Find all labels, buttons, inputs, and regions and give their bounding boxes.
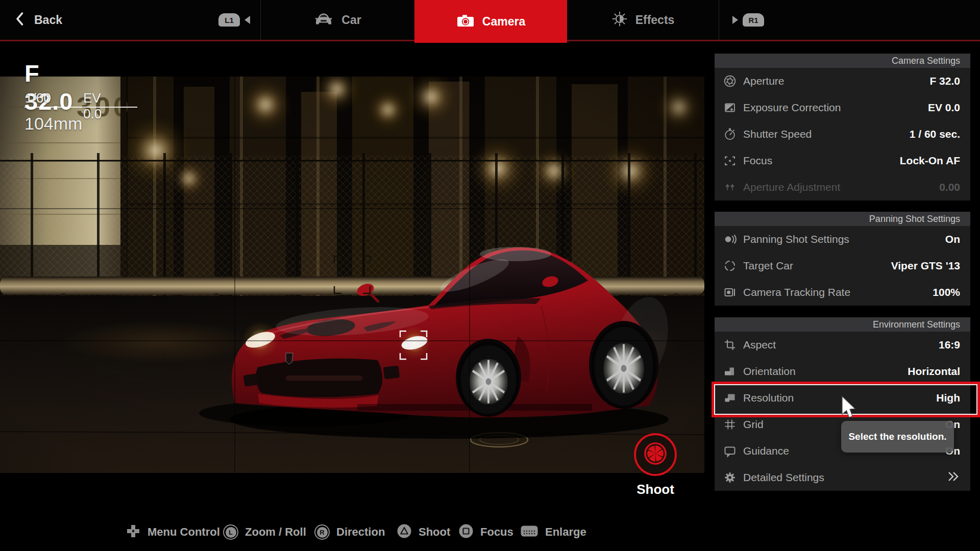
row-value: 1 / 60 sec. — [910, 128, 960, 140]
row-value: 0.00 — [939, 181, 960, 193]
row-aperture[interactable]: Aperture F 32.0 — [715, 68, 970, 94]
section-title: Environment Settings — [715, 317, 970, 332]
row-label: Exposure Correction — [743, 102, 928, 114]
photo-mode-screen: Back L1 Car — [0, 0, 980, 551]
back-button[interactable]: Back — [15, 0, 62, 40]
hint-menu-control: Menu Control — [126, 521, 220, 543]
section-panning-shot-settings: Panning Shot Settings Panning Shot Setti… — [715, 212, 970, 306]
row-label: Panning Shot Settings — [743, 233, 945, 245]
double-chevron-icon — [947, 470, 960, 485]
r1-button-badge: R1 — [743, 13, 764, 27]
next-tab-control[interactable]: R1 — [732, 0, 764, 40]
exposure-correction-icon — [723, 101, 737, 114]
row-label: Aperture — [743, 75, 929, 87]
row-label: Resolution — [743, 392, 936, 404]
hint-focus: Focus — [458, 521, 513, 543]
row-detailed-settings[interactable]: Detailed Settings — [715, 464, 970, 491]
shoot-button-label: Shoot — [627, 482, 683, 497]
resolution-icon — [723, 391, 737, 405]
row-aspect[interactable]: Aspect 16:9 — [715, 332, 970, 358]
hint-label: Shoot — [419, 525, 450, 539]
tab-camera-label: Camera — [482, 15, 525, 29]
prev-tab-control[interactable]: L1 — [218, 0, 250, 40]
left-stick-icon: L — [223, 524, 238, 540]
guidance-icon — [723, 444, 737, 458]
row-aperture-adjustment: Aperture Adjustment 0.00 — [715, 174, 970, 201]
tab-effects-label: Effects — [635, 13, 675, 27]
effects-icon — [611, 11, 628, 29]
car-icon — [313, 12, 334, 28]
focus-icon — [723, 154, 737, 167]
dpad-icon — [126, 523, 141, 541]
tab-car[interactable]: Car — [260, 0, 414, 40]
row-orientation[interactable]: Orientation Horizontal — [715, 358, 970, 385]
section-title: Camera Settings — [715, 54, 970, 68]
row-value: Horizontal — [908, 365, 960, 378]
aperture-adjustment-icon — [723, 181, 737, 194]
row-label: Detailed Settings — [743, 471, 947, 484]
hint-shoot: Shoot — [397, 521, 450, 543]
hint-label: Enlarge — [545, 525, 586, 539]
row-label: Target Car — [743, 260, 891, 272]
row-value: On — [945, 233, 960, 245]
shoot-aperture-icon — [644, 442, 667, 467]
row-panning-shot-settings[interactable]: Panning Shot Settings On — [715, 226, 970, 253]
row-focus[interactable]: Focus Lock-On AF — [715, 147, 970, 174]
orientation-icon — [723, 365, 737, 378]
row-shutter-speed[interactable]: Shutter Speed 1 / 60 sec. — [715, 121, 970, 147]
hint-label: Zoom / Roll — [245, 525, 306, 539]
hint-zoom-roll: L Zoom / Roll — [223, 521, 306, 543]
gear-icon — [723, 471, 737, 484]
hint-label: Direction — [336, 525, 385, 539]
tab-divider — [719, 0, 719, 40]
aspect-icon — [723, 338, 737, 352]
row-value: 16:9 — [939, 339, 960, 351]
row-value: High — [936, 392, 960, 404]
shutter-speed-icon — [723, 128, 737, 141]
row-value: EV 0.0 — [928, 102, 960, 114]
triangle-button-icon — [397, 523, 412, 541]
row-label: Aspect — [743, 339, 939, 351]
row-value: 100% — [933, 286, 960, 298]
shoot-button[interactable] — [634, 433, 677, 476]
section-camera-settings: Camera Settings Aperture F 32.0 — [715, 54, 970, 201]
row-label: Shutter Speed — [743, 128, 910, 140]
row-label: Orientation — [743, 365, 908, 378]
tab-car-label: Car — [341, 13, 361, 27]
row-target-car[interactable]: Target Car Viper GTS '13 — [715, 253, 970, 279]
back-label: Back — [34, 13, 62, 27]
row-value: F 32.0 — [929, 75, 960, 87]
camera-icon — [456, 13, 475, 30]
l1-button-badge: L1 — [218, 13, 240, 27]
tooltip: Select the resolution. — [841, 421, 954, 453]
camera-tracking-icon — [723, 286, 737, 299]
row-value: Viper GTS '13 — [891, 260, 960, 272]
aperture-icon — [723, 74, 737, 88]
hint-direction: R Direction — [314, 521, 385, 543]
viewfinder-photo[interactable]: 300 — [0, 77, 704, 473]
hint-label: Menu Control — [148, 525, 220, 539]
row-camera-tracking-rate[interactable]: Camera Tracking Rate 100% — [715, 279, 970, 306]
panning-shot-icon — [723, 233, 737, 246]
section-title: Panning Shot Settings — [715, 212, 970, 226]
target-car-icon — [723, 259, 737, 272]
row-exposure-correction[interactable]: Exposure Correction EV 0.0 — [715, 94, 970, 121]
hint-label: Focus — [480, 525, 513, 539]
square-button-icon — [458, 523, 474, 541]
row-label: Focus — [743, 155, 900, 167]
section-environment-settings: Environment Settings Aspect 16:9 — [715, 317, 970, 491]
row-label: Camera Tracking Rate — [743, 286, 933, 298]
top-bar: Back L1 Car — [0, 0, 980, 43]
scene-photo: 300 — [0, 77, 704, 473]
touchpad-icon — [520, 524, 538, 540]
grid-icon — [723, 418, 737, 431]
tab-camera[interactable]: Camera — [414, 0, 567, 43]
tooltip-text: Select the resolution. — [848, 431, 946, 442]
right-stick-icon: R — [314, 524, 330, 540]
row-resolution[interactable]: Resolution High — [715, 385, 970, 411]
tab-effects[interactable]: Effects — [567, 0, 719, 40]
hint-enlarge: Enlarge — [520, 521, 586, 543]
prev-tab-arrow-icon — [244, 16, 250, 24]
row-value: Lock-On AF — [900, 155, 960, 167]
back-chevron-icon — [15, 12, 24, 28]
